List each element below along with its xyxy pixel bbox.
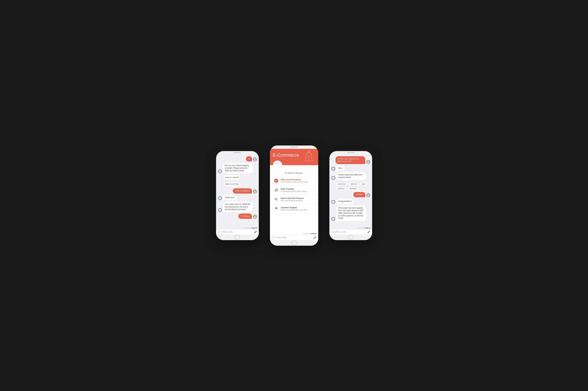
right-phone-inner: Hi, can i get a discount on items in my …	[329, 154, 372, 235]
svg-text:%: %	[275, 180, 277, 182]
user-avatar	[253, 215, 257, 219]
bot-avatar	[218, 208, 222, 212]
svg-point-9	[275, 207, 276, 208]
left-chat-area: Hi Hi! I am your virtual shopping assist…	[216, 154, 259, 227]
msg-row: Please select from offers and coupons be…	[331, 172, 370, 180]
msg-row: Your order (order ID: 5688332) has reach…	[218, 202, 257, 212]
menu-item-support[interactable]: Customer Support Request immediate help …	[272, 204, 316, 213]
percent-icon: %	[274, 178, 279, 183]
user-message: Hi	[246, 156, 252, 161]
dress-icon	[302, 151, 315, 165]
right-phone-top-bar	[329, 151, 372, 154]
msg-row: Hi, can i get a discount on items in my …	[331, 156, 370, 164]
msg-row: Congratulations!	[331, 199, 370, 204]
coupon-125apay[interactable]: 125APAY	[336, 187, 347, 191]
left-input-bar[interactable]: ✕ Write a reply... 🎤	[216, 229, 259, 235]
home-button[interactable]	[292, 240, 297, 246]
mic-icon[interactable]: 🎤	[254, 230, 257, 233]
center-phone-inner: E-Commerce	[270, 149, 318, 240]
left-phone-top-bar	[216, 151, 259, 154]
clear-icon[interactable]: ✕	[331, 230, 334, 233]
mic-icon[interactable]: 🎤	[367, 230, 370, 233]
center-chat: I'm here to help you. % Offers And Promo…	[270, 165, 318, 232]
coupon-container: GOKOTAK BEST25 BES 125APAY NEW300	[331, 182, 370, 191]
left-input[interactable]: Write a reply...	[222, 231, 253, 233]
tracking-subtitle: I can help you track all active order(s)	[281, 191, 307, 192]
offers-subtitle: Find out about all new and active offers	[281, 181, 308, 183]
user-message: 125APAY	[353, 192, 365, 197]
order-option[interactable]: Order ID: 5688332	[223, 175, 241, 180]
support-title: Customer Support	[281, 206, 307, 208]
greeting-message: I'm here to help you.	[272, 172, 316, 174]
bot-message: Sure.	[336, 166, 345, 171]
menu-item-offers-text: Offers And Promotions Find out about all…	[281, 179, 308, 183]
right-input[interactable]: Write a reply...	[335, 231, 366, 233]
menu-item-search-text: Search And Find Products Get instant sho…	[281, 197, 304, 201]
coupon-best25[interactable]: BEST25	[349, 182, 359, 186]
msg-row: 125APAY	[331, 192, 370, 197]
msg-row: The coupon has been applied. Your new or…	[331, 205, 370, 221]
main-scene: Hi Hi! I am your virtual shopping assist…	[210, 138, 378, 253]
home-button[interactable]	[235, 235, 240, 240]
right-input-bar[interactable]: ✕ Write a reply... 🎤	[329, 229, 372, 235]
user-avatar	[253, 157, 257, 161]
bot-message: Your order (order ID: 5688332) has reach…	[223, 202, 253, 212]
right-chat-area: Hi, can i get a discount on items in my …	[329, 154, 372, 227]
order-option[interactable]: Order ID: 8737463	[223, 182, 241, 187]
user-message: Ok, thanks.	[238, 214, 252, 219]
center-input[interactable]: Write a reply...	[276, 236, 312, 238]
bot-message: Congratulations!	[336, 199, 354, 204]
msg-row: Ok, thanks.	[218, 214, 257, 219]
user-avatar	[366, 160, 370, 164]
coupon-new300[interactable]: NEW300	[348, 187, 358, 191]
bot-message: Thank you !	[223, 195, 237, 200]
coupon-bes[interactable]: BES	[360, 182, 367, 186]
menu-item-tracking[interactable]: Order Tracking I can help you track all …	[272, 186, 316, 195]
powered-by-left: Powered by botjet.ai	[216, 227, 259, 229]
bot-avatar	[218, 196, 222, 200]
right-phone-bottom	[329, 235, 372, 240]
right-phone-speaker	[347, 152, 354, 153]
left-phone-speaker	[234, 152, 241, 153]
coupon-gokotak[interactable]: GOKOTAK	[336, 182, 348, 186]
user-message: Hi, can i get a discount on items in my …	[335, 156, 365, 164]
msg-row: Order ID:5688332	[218, 188, 257, 194]
menu-item-offers[interactable]: % Offers And Promotions Find out about a…	[272, 176, 316, 185]
msg-row: Sure.	[331, 166, 370, 171]
search-products-icon	[274, 197, 279, 202]
bot-avatar	[331, 167, 335, 171]
support-subtitle: Request immediate help on any issue.	[281, 209, 307, 211]
search-subtitle: Get instant shopping assistance	[281, 200, 304, 201]
search-title: Search And Find Products	[281, 197, 304, 199]
bot-message: Please select from offers and coupons be…	[336, 172, 366, 180]
msg-row: Thank you !	[218, 195, 257, 200]
support-icon	[274, 206, 279, 211]
bot-avatar	[331, 176, 335, 180]
msg-row: Hi! I am your virtual shopping assistant…	[218, 163, 257, 173]
center-header: E-Commerce	[270, 149, 318, 165]
menu-item-support-text: Customer Support Request immediate help …	[281, 206, 307, 211]
bot-avatar	[331, 200, 335, 204]
center-phone-bottom	[270, 240, 318, 246]
left-phone-bottom	[216, 235, 259, 240]
menu-item-tracking-text: Order Tracking I can help you track all …	[281, 188, 307, 192]
mic-icon[interactable]: 🎤	[313, 236, 316, 239]
user-avatar	[253, 190, 257, 194]
user-message: Order ID:5688332	[233, 188, 252, 194]
right-phone: Hi, can i get a discount on items in my …	[329, 151, 372, 240]
center-phone: E-Commerce	[270, 145, 318, 246]
powered-by-center: Powered by botjet.ai	[270, 232, 318, 235]
msg-row: Order ID: 5688332	[218, 175, 257, 180]
menu-list: % Offers And Promotions Find out about a…	[272, 176, 316, 213]
offers-title: Offers And Promotions	[281, 179, 308, 181]
svg-point-5	[275, 190, 276, 191]
center-phone-speaker	[290, 147, 298, 148]
tracking-icon	[274, 188, 279, 193]
menu-item-search[interactable]: Search And Find Products Get instant sho…	[272, 195, 316, 204]
center-input-bar[interactable]: ✕ Write a reply... 🎤	[270, 235, 318, 240]
home-button[interactable]	[348, 235, 353, 240]
user-avatar	[366, 193, 370, 197]
clear-icon[interactable]: ✕	[218, 230, 221, 233]
bot-message: Hi! I am your virtual shopping assistant…	[223, 163, 253, 173]
clear-icon[interactable]: ✕	[272, 236, 275, 239]
